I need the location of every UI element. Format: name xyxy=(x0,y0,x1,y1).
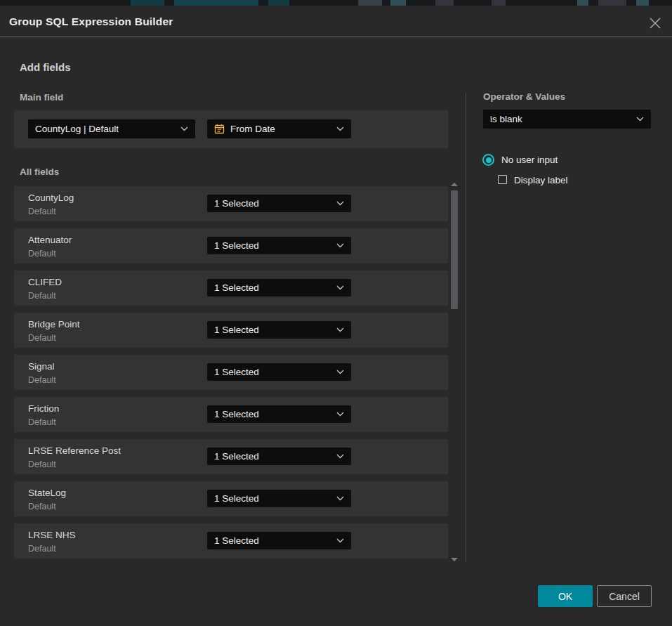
field-selection-dropdown[interactable]: 1 Selected xyxy=(207,279,351,296)
background-fragment xyxy=(492,0,506,6)
screen: Group SQL Expression Builder Add fields … xyxy=(0,0,672,626)
field-selection-value: 1 Selected xyxy=(214,367,259,377)
date-field-value: From Date xyxy=(230,124,275,134)
scrollbar-down-icon[interactable] xyxy=(451,558,458,561)
field-sublabel: Default xyxy=(28,502,56,511)
chevron-down-icon xyxy=(336,538,344,543)
cancel-button[interactable]: Cancel xyxy=(597,585,652,607)
no-user-input-label: No user input xyxy=(501,155,558,165)
field-name: Signal xyxy=(28,361,55,372)
operator-dropdown[interactable]: is blank xyxy=(483,110,651,129)
field-sublabel: Default xyxy=(28,333,56,343)
display-label-text: Display label xyxy=(514,175,568,185)
field-selection-dropdown[interactable]: 1 Selected xyxy=(207,490,351,507)
field-row: CountyLog Default 1 Selected xyxy=(14,186,448,221)
field-name: Friction xyxy=(28,403,59,414)
field-selection-value: 1 Selected xyxy=(214,409,259,419)
background-fragment xyxy=(636,0,649,6)
field-sublabel: Default xyxy=(28,544,56,554)
main-field-label: Main field xyxy=(20,92,63,103)
field-selection-value: 1 Selected xyxy=(214,451,259,462)
field-name: Bridge Point xyxy=(28,319,80,330)
field-sublabel: Default xyxy=(28,207,56,216)
dialog-title: Group SQL Expression Builder xyxy=(9,6,173,37)
dialog-titlebar: Group SQL Expression Builder xyxy=(0,6,672,37)
field-row: Friction Default 1 Selected xyxy=(14,397,448,432)
field-name: Attenuator xyxy=(28,235,72,245)
background-fragment xyxy=(174,0,258,6)
close-button[interactable] xyxy=(647,17,663,32)
field-sublabel: Default xyxy=(28,417,56,427)
chevron-down-icon xyxy=(336,496,344,501)
field-name: CLIFED xyxy=(28,277,62,287)
field-row: CLIFED Default 1 Selected xyxy=(14,270,448,306)
field-selection-value: 1 Selected xyxy=(214,493,259,504)
all-fields-label: All fields xyxy=(20,167,59,177)
chevron-down-icon xyxy=(336,285,344,290)
background-fragment xyxy=(358,0,382,6)
field-row: LRSE Reference Post Default 1 Selected xyxy=(14,439,448,474)
field-selection-value: 1 Selected xyxy=(214,240,259,251)
date-field-dropdown[interactable]: From Date xyxy=(207,119,351,138)
field-selection-value: 1 Selected xyxy=(214,198,259,209)
field-selection-value: 1 Selected xyxy=(214,282,259,293)
field-selection-value: 1 Selected xyxy=(214,325,259,335)
field-selection-dropdown[interactable]: 1 Selected xyxy=(207,405,351,423)
chevron-down-icon xyxy=(180,126,188,131)
field-selection-dropdown[interactable]: 1 Selected xyxy=(207,448,351,465)
operator-values-heading: Operator & Values xyxy=(483,91,565,102)
field-name: LRSE NHS xyxy=(28,530,76,540)
field-sublabel: Default xyxy=(28,249,56,259)
background-fragment xyxy=(131,0,164,6)
field-name: CountyLog xyxy=(28,193,74,203)
field-selection-dropdown[interactable]: 1 Selected xyxy=(207,532,351,549)
panel-divider xyxy=(466,93,466,562)
field-row: Attenuator Default 1 Selected xyxy=(14,228,448,263)
field-selection-dropdown[interactable]: 1 Selected xyxy=(207,237,351,254)
field-sublabel: Default xyxy=(28,459,56,469)
scrollbar-thumb[interactable] xyxy=(451,190,458,309)
background-fragment xyxy=(268,0,289,6)
ok-button[interactable]: OK xyxy=(538,585,593,607)
field-selection-dropdown[interactable]: 1 Selected xyxy=(207,321,351,339)
field-name: StateLog xyxy=(28,488,66,498)
field-selection-dropdown[interactable]: 1 Selected xyxy=(207,195,351,212)
field-row: LRSE NHS Default 1 Selected xyxy=(14,523,448,559)
field-row: Bridge Point Default 1 Selected xyxy=(14,313,448,348)
background-fragment xyxy=(577,0,588,6)
background-fragment xyxy=(598,0,626,6)
add-fields-heading: Add fields xyxy=(20,61,71,73)
chevron-down-icon xyxy=(336,327,344,332)
chevron-down-icon xyxy=(336,370,344,374)
background-fragment xyxy=(390,0,406,6)
layer-select-dropdown[interactable]: CountyLog | Default xyxy=(28,119,195,138)
field-row: Signal Default 1 Selected xyxy=(14,355,448,390)
close-icon xyxy=(648,16,662,33)
field-selection-dropdown[interactable]: 1 Selected xyxy=(207,363,351,381)
background-fragment xyxy=(435,0,454,6)
chevron-down-icon xyxy=(336,243,344,248)
field-sublabel: Default xyxy=(28,375,56,385)
background-app-strip xyxy=(0,0,672,6)
chevron-down-icon xyxy=(336,126,344,131)
scrollbar-up-icon[interactable] xyxy=(451,183,458,186)
chevron-down-icon xyxy=(336,201,344,206)
layer-select-value: CountyLog | Default xyxy=(35,124,119,134)
operator-value: is blank xyxy=(490,114,522,124)
no-user-input-radio[interactable] xyxy=(482,154,494,166)
calendar-icon xyxy=(214,124,225,134)
display-label-checkbox[interactable] xyxy=(498,175,507,184)
field-sublabel: Default xyxy=(28,291,56,301)
field-name: LRSE Reference Post xyxy=(28,445,121,456)
field-row: StateLog Default 1 Selected xyxy=(14,481,448,516)
field-selection-value: 1 Selected xyxy=(214,535,259,546)
chevron-down-icon xyxy=(336,454,344,459)
chevron-down-icon xyxy=(636,117,644,122)
chevron-down-icon xyxy=(336,412,344,417)
